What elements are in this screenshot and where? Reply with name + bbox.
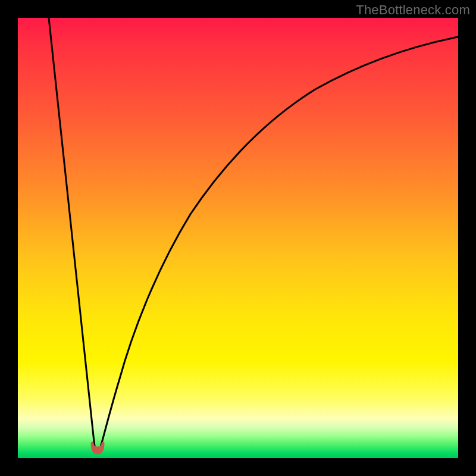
curve-layer <box>18 18 458 458</box>
watermark-text: TheBottleneck.com <box>356 2 470 18</box>
plot-area <box>18 18 458 458</box>
optimal-marker-icon <box>92 443 103 453</box>
bottleneck-curve <box>49 18 458 450</box>
chart-frame: TheBottleneck.com <box>0 0 476 476</box>
